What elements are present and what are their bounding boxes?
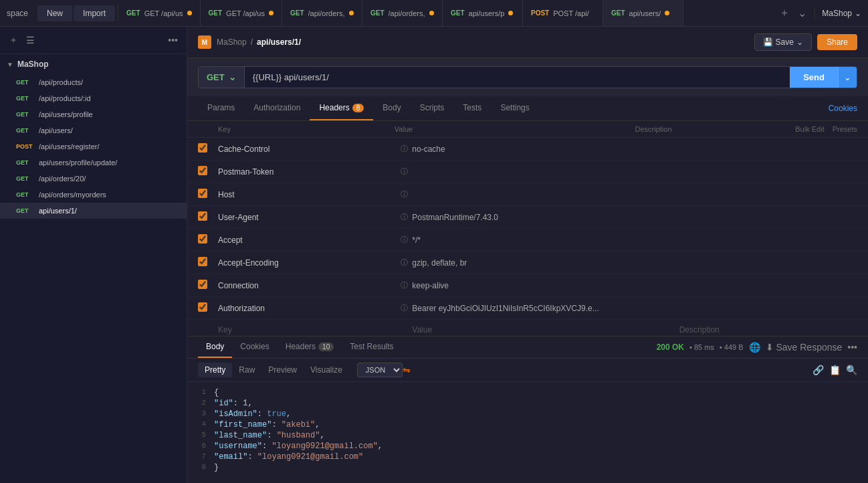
sidebar-item-method: GET xyxy=(16,95,35,102)
top-request-tab[interactable]: GET/api/orders, xyxy=(282,0,362,26)
sidebar-item[interactable]: GET/api/orders/20/ xyxy=(0,171,187,187)
method-selector[interactable]: GET ⌄ xyxy=(199,67,245,88)
header-key-cell[interactable]: Accept xyxy=(218,235,396,245)
header-value-cell[interactable]: no-cache xyxy=(412,144,679,154)
sidebar-item[interactable]: POST/api/users/register/ xyxy=(0,138,187,155)
response-tab-test-results[interactable]: Test Results xyxy=(342,336,401,358)
browser-icon-button[interactable]: 🌐 xyxy=(749,342,760,353)
tab-dot xyxy=(429,11,434,15)
breadcrumb-separator: / xyxy=(251,37,253,47)
header-checkbox[interactable] xyxy=(198,211,207,221)
sidebar-item[interactable]: GET/api/products/:id xyxy=(0,90,187,106)
request-params-tabs: ParamsAuthorizationHeaders8BodyScriptsTe… xyxy=(187,96,868,121)
presets-label[interactable]: Presets xyxy=(833,125,857,133)
format-tab-pretty[interactable]: Pretty xyxy=(198,363,232,377)
row-check-cell[interactable] xyxy=(198,302,218,314)
header-checkbox[interactable] xyxy=(198,143,207,153)
response-tab-cookies[interactable]: Cookies xyxy=(232,336,277,358)
send-button[interactable]: Send xyxy=(790,67,838,88)
header-value-cell[interactable]: PostmanRuntime/7.43.0 xyxy=(412,213,679,222)
send-dropdown-button[interactable]: ⌄ xyxy=(838,67,857,88)
empty-desc-cell[interactable]: Description xyxy=(679,325,857,334)
filter-button[interactable]: ⇋ xyxy=(403,365,411,375)
sidebar-item[interactable]: GETapi/users/1/ xyxy=(0,203,187,219)
sort-button[interactable]: ☰ xyxy=(24,33,37,47)
save-response-button[interactable]: ⬇ Save Response xyxy=(766,342,843,353)
sidebar-item[interactable]: GET/api/products/ xyxy=(0,74,187,90)
response-actions: 🔗 📋 🔍 xyxy=(812,365,857,375)
new-button[interactable]: New xyxy=(37,5,72,21)
request-tab-tests[interactable]: Tests xyxy=(453,96,491,120)
empty-key-cell[interactable]: Key xyxy=(218,325,396,334)
sidebar-item[interactable]: GET/api/users/profile xyxy=(0,106,187,122)
share-button[interactable]: Share xyxy=(817,34,857,50)
top-actions: New Import xyxy=(35,5,118,21)
tab-method: GET xyxy=(451,9,465,17)
sidebar-item[interactable]: GET/api/users/ xyxy=(0,122,187,138)
add-tab-button[interactable]: ＋ xyxy=(776,3,792,23)
header-checkbox[interactable] xyxy=(198,234,207,244)
response-tab-body[interactable]: Body xyxy=(198,336,232,358)
save-button[interactable]: 💾 Save ⌄ xyxy=(754,33,812,51)
import-button[interactable]: Import xyxy=(74,5,115,21)
sidebar-item-path: /api/orders/20/ xyxy=(39,175,86,183)
format-tab-raw[interactable]: Raw xyxy=(232,363,261,377)
header-key-cell[interactable]: Host xyxy=(218,190,396,199)
cookies-link[interactable]: Cookies xyxy=(829,104,857,113)
more-options-button[interactable]: ••• xyxy=(166,33,180,47)
row-check-cell[interactable] xyxy=(198,211,218,223)
top-request-tab[interactable]: GET/api/orders, xyxy=(362,0,443,26)
header-key-cell[interactable]: Postman-Token xyxy=(218,167,396,177)
header-key-cell[interactable]: User-Agent xyxy=(218,213,396,222)
header-checkbox[interactable] xyxy=(198,257,207,266)
add-collection-button[interactable]: ＋ xyxy=(7,32,20,48)
bulk-edit-label[interactable]: Bulk Edit xyxy=(795,125,824,133)
top-request-tab[interactable]: GETapi/users/ xyxy=(603,0,683,26)
header-value-cell[interactable]: keep-alive xyxy=(412,281,679,290)
more-response-button[interactable]: ••• xyxy=(847,342,857,353)
header-key-cell[interactable]: Authorization xyxy=(218,304,396,313)
header-value-cell[interactable]: Bearer eyJhbGciOiJIUzI1NiIsInR5cCI6IkpXV… xyxy=(412,304,679,313)
sidebar-item-method: POST xyxy=(16,143,35,150)
row-check-cell[interactable] xyxy=(198,280,218,291)
header-checkbox[interactable] xyxy=(198,280,207,289)
tab-dropdown-button[interactable]: ⌄ xyxy=(795,4,809,22)
sidebar-item[interactable]: GET/api/orders/myorders xyxy=(0,187,187,203)
top-request-tab[interactable]: GETapi/users/p xyxy=(443,0,523,26)
row-check-cell[interactable] xyxy=(198,257,218,268)
top-request-tab[interactable]: GETGET /api/us xyxy=(118,0,200,26)
row-check-cell[interactable] xyxy=(198,166,218,177)
workspace-switcher[interactable]: MaShop ⌄ xyxy=(815,9,868,18)
url-input[interactable] xyxy=(245,67,790,88)
row-check-cell[interactable] xyxy=(198,189,218,200)
link-icon-button[interactable]: 🔗 xyxy=(812,365,824,375)
request-tab-scripts[interactable]: Scripts xyxy=(411,96,454,120)
header-key-cell[interactable]: Connection xyxy=(218,281,396,290)
top-request-tab[interactable]: GETGET /api/us xyxy=(201,0,282,26)
json-format-select[interactable]: JSONXMLHTML xyxy=(357,363,403,377)
format-tab-preview[interactable]: Preview xyxy=(261,363,304,377)
request-tab-params[interactable]: Params xyxy=(198,96,244,120)
collection-header[interactable]: ▼ MaShop xyxy=(0,54,187,74)
row-check-cell[interactable] xyxy=(198,234,218,246)
request-tab-settings[interactable]: Settings xyxy=(491,96,538,120)
format-tab-visualize[interactable]: Visualize xyxy=(304,363,349,377)
header-checkbox[interactable] xyxy=(198,189,207,198)
response-tab-headers[interactable]: Headers10 xyxy=(278,336,342,358)
header-checkbox[interactable] xyxy=(198,166,207,175)
search-icon-button[interactable]: 🔍 xyxy=(846,365,857,375)
request-tab-body[interactable]: Body xyxy=(373,96,410,120)
top-request-tab[interactable]: POSTPOST /api/ xyxy=(523,0,603,26)
header-value-cell[interactable]: */* xyxy=(412,235,679,245)
empty-value-cell[interactable]: Value xyxy=(412,325,679,334)
header-key-cell[interactable]: Cache-Control xyxy=(218,144,396,154)
header-value-cell[interactable]: gzip, deflate, br xyxy=(412,258,679,268)
request-tab-authorization[interactable]: Authorization xyxy=(244,96,310,120)
sidebar-item[interactable]: GETapi/users/profile/update/ xyxy=(0,155,187,171)
request-tab-headers[interactable]: Headers8 xyxy=(310,96,373,120)
copy-icon-button[interactable]: 📋 xyxy=(829,365,841,375)
header-key-cell[interactable]: Accept-Encoding xyxy=(218,258,396,268)
row-check-cell[interactable] xyxy=(198,143,218,155)
header-checkbox[interactable] xyxy=(198,302,207,312)
code-line: 6 "username": "loyang0921@gmail.com", xyxy=(187,441,868,452)
